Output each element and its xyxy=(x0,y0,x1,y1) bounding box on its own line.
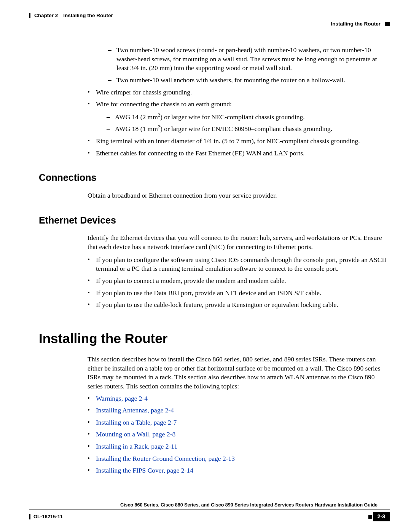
list-item: Wire crimper for chassis grounding. xyxy=(88,88,390,97)
link-installing-antennas[interactable]: Installing Antennas, page 2-4 xyxy=(96,406,174,414)
top-bullet-list: Wire crimper for chassis grounding. Wire… xyxy=(39,88,390,158)
list-item: If you plan to configure the software us… xyxy=(88,256,390,273)
page-footer: Cisco 860 Series, Cisco 880 Series, and … xyxy=(29,502,390,521)
header-bar-icon xyxy=(29,13,30,18)
section-label: Installing the Router xyxy=(331,21,381,27)
list-item: Installing in a Rack, page 2-11 xyxy=(88,442,390,451)
chapter-title: Installing the Router xyxy=(63,12,113,19)
page-number: 2-3 xyxy=(373,512,390,521)
list-item: Installing Antennas, page 2-4 xyxy=(88,406,390,415)
header-marker-icon xyxy=(385,22,390,26)
header-section: Installing the Router xyxy=(331,21,390,27)
list-item: Installing on a Table, page 2-7 xyxy=(88,418,390,427)
footer-doc-number: OL-16215-11 xyxy=(29,513,63,520)
footer-bar-icon xyxy=(29,514,30,519)
list-item: Ring terminal with an inner diameter of … xyxy=(88,137,390,146)
footer-page-number-wrap: 2-3 xyxy=(368,512,390,521)
footer-bottom-row: OL-16215-11 2-3 xyxy=(29,512,390,521)
heading-connections: Connections xyxy=(39,171,390,184)
list-item: If you plan to use the Data BRI port, pr… xyxy=(88,289,390,298)
connections-paragraph: Obtain a broadband or Ethernet connectio… xyxy=(88,191,390,200)
list-item: Warnings, page 2-4 xyxy=(88,394,390,403)
installing-paragraph: This section describes how to install th… xyxy=(88,355,390,391)
list-item: If you plan to connect a modem, provide … xyxy=(88,276,390,286)
footer-rule xyxy=(29,510,390,510)
list-item: Mounting on a Wall, page 2-8 xyxy=(88,430,390,439)
list-item: Installing the Router Ground Connection,… xyxy=(88,454,390,463)
heading-installing-router: Installing the Router xyxy=(39,329,390,347)
body-content: Two number-10 wood screws (round- or pan… xyxy=(39,46,390,478)
list-item: AWG 18 (1 mm2) or larger wire for EN/IEC… xyxy=(107,125,390,134)
link-mounting-wall[interactable]: Mounting on a Wall, page 2-8 xyxy=(96,430,175,438)
ethernet-bullet-list: If you plan to configure the software us… xyxy=(39,256,390,310)
footer-book-title: Cisco 860 Series, Cisco 880 Series, and … xyxy=(29,502,390,508)
heading-ethernet-devices: Ethernet Devices xyxy=(39,214,390,227)
list-item: Two number-10 wall anchors with washers,… xyxy=(108,76,390,85)
wire-sub-list: AWG 14 (2 mm2) or larger wire for NEC-co… xyxy=(96,113,390,134)
sub-bullet-list-screws: Two number-10 wood screws (round- or pan… xyxy=(97,46,390,85)
installing-links-list: Warnings, page 2-4 Installing Antennas, … xyxy=(39,394,390,475)
chapter-label: Chapter 2 xyxy=(34,12,58,19)
list-item: Installing the FIPS Cover, page 2-14 xyxy=(88,466,390,475)
footer-end-marker-icon xyxy=(368,515,372,519)
list-item: If you plan to use the cable-lock featur… xyxy=(88,300,390,310)
header-chapter: Chapter 2 Installing the Router xyxy=(29,12,390,19)
list-item: Two number-10 wood screws (round- or pan… xyxy=(108,46,390,73)
link-installing-rack[interactable]: Installing in a Rack, page 2-11 xyxy=(96,443,177,450)
link-warnings[interactable]: Warnings, page 2-4 xyxy=(96,395,148,402)
list-item: AWG 14 (2 mm2) or larger wire for NEC-co… xyxy=(107,113,390,122)
link-fips-cover[interactable]: Installing the FIPS Cover, page 2-14 xyxy=(96,466,193,474)
ethernet-paragraph: Identify the Ethernet devices that you w… xyxy=(88,233,390,251)
link-installing-table[interactable]: Installing on a Table, page 2-7 xyxy=(96,419,177,426)
link-ground-connection[interactable]: Installing the Router Ground Connection,… xyxy=(96,455,235,462)
page-header: Chapter 2 Installing the Router Installi… xyxy=(29,12,390,19)
list-item: Wire for connecting the chassis to an ea… xyxy=(88,100,390,134)
list-item: Ethernet cables for connecting to the Fa… xyxy=(88,149,390,158)
